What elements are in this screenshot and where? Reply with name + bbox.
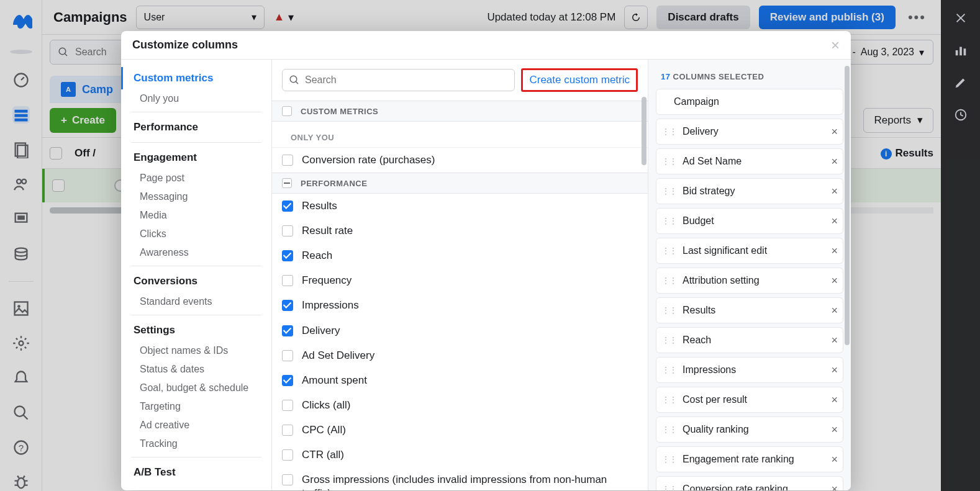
metric-checkbox[interactable] [282,449,293,461]
remove-icon[interactable]: × [831,335,838,346]
remove-icon[interactable]: × [831,245,838,256]
sidebar-item[interactable]: Custom metrics [121,67,271,89]
metric-checkbox[interactable] [282,350,293,361]
metric-label: Ad Set Delivery [302,349,374,363]
section-checkbox-indeterminate[interactable] [282,178,292,188]
remove-icon[interactable]: × [831,305,838,316]
metric-checkbox[interactable] [282,225,293,236]
drag-handle-icon[interactable]: ⋮⋮ [661,484,676,490]
selected-columns-panel: 17 COLUMNS SELECTED Campaign⋮⋮Delivery×⋮… [648,60,851,490]
sidebar-item[interactable]: Media [121,206,271,225]
sidebar-divider [131,112,261,112]
remove-icon[interactable]: × [831,454,838,465]
selected-column[interactable]: ⋮⋮Attribution setting× [656,268,843,294]
remove-icon[interactable]: × [831,484,838,490]
metric-label: CPC (All) [302,423,346,437]
selected-column-label: Reach [683,335,825,346]
panel-scrollbar[interactable] [642,97,647,165]
drag-handle-icon[interactable]: ⋮⋮ [661,335,676,345]
remove-icon[interactable]: × [831,275,838,286]
sidebar-item[interactable]: Status & dates [121,360,271,379]
drag-handle-icon[interactable]: ⋮⋮ [661,216,676,226]
metric-row: Ad Set Delivery [272,343,648,368]
sidebar-item[interactable]: Conversions [121,270,271,292]
sidebar-item[interactable]: Clicks [121,225,271,243]
sidebar-item[interactable]: Engagement [121,146,271,169]
metric-checkbox[interactable] [282,155,293,166]
sidebar-item[interactable]: Tracking [121,435,271,453]
selected-column[interactable]: ⋮⋮Bid strategy× [656,178,843,204]
remove-icon[interactable]: × [831,424,838,435]
sidebar-item[interactable]: Messaging [121,187,271,206]
metric-row: Conversion rate (purchases) [272,148,648,173]
selected-column-label: Ad Set Name [683,156,825,167]
sidebar-item[interactable]: Standard events [121,292,271,311]
close-icon[interactable]: × [831,37,840,54]
svg-point-23 [290,76,297,83]
drag-handle-icon[interactable]: ⋮⋮ [661,425,676,435]
sidebar-item[interactable]: Targeting [121,397,271,416]
metric-row: CTR (all) [272,443,648,467]
metric-checkbox[interactable] [282,200,293,212]
selected-count: 17 [661,72,670,81]
metric-checkbox[interactable] [282,474,293,485]
sidebar-item[interactable]: Goal, budget & schedule [121,379,271,397]
drag-handle-icon[interactable]: ⋮⋮ [661,276,676,286]
drag-handle-icon[interactable]: ⋮⋮ [661,246,676,256]
customize-columns-modal: Customize columns × Custom metricsOnly y… [121,31,851,490]
selected-column[interactable]: ⋮⋮Budget× [656,208,843,234]
create-custom-metric-link[interactable]: Create custom metric [521,68,638,92]
metric-label: CTR (all) [302,448,344,462]
sidebar-item[interactable]: Awareness [121,243,271,262]
selected-column[interactable]: ⋮⋮Last significant edit× [656,238,843,264]
sidebar-item[interactable]: Settings [121,319,271,341]
subsection-only-you: ONLY YOU [272,122,648,148]
drag-handle-icon[interactable]: ⋮⋮ [661,395,676,405]
selected-column[interactable]: ⋮⋮Quality ranking× [656,417,843,443]
selected-column-label: Impressions [683,364,825,376]
selected-column[interactable]: ⋮⋮Cost per result× [656,387,843,413]
remove-icon[interactable]: × [831,156,838,167]
metric-label: Impressions [302,299,359,312]
selected-column[interactable]: ⋮⋮Conversion rate ranking× [656,476,843,490]
remove-icon[interactable]: × [831,186,838,197]
metric-checkbox[interactable] [282,275,293,286]
selected-column[interactable]: Campaign [656,89,843,115]
sidebar-item[interactable]: A/B Test [121,461,271,484]
drag-handle-icon[interactable]: ⋮⋮ [661,156,676,166]
remove-icon[interactable]: × [831,394,838,405]
selected-column[interactable]: ⋮⋮Engagement rate ranking× [656,446,843,472]
selected-column[interactable]: ⋮⋮Reach× [656,327,843,353]
sidebar-item[interactable]: Page post [121,169,271,187]
metric-checkbox[interactable] [282,325,293,336]
selected-columns-header: 17 COLUMNS SELECTED [656,70,843,89]
metric-checkbox[interactable] [282,400,293,411]
metrics-search-input[interactable] [305,74,508,86]
remove-icon[interactable]: × [831,215,838,227]
selected-column[interactable]: ⋮⋮Impressions× [656,357,843,383]
sidebar-item[interactable]: Ad creative [121,416,271,435]
section-checkbox[interactable] [282,106,292,116]
drag-handle-icon[interactable]: ⋮⋮ [661,305,676,315]
drag-handle-icon[interactable]: ⋮⋮ [661,454,676,464]
remove-icon[interactable]: × [831,364,838,376]
sidebar-item[interactable]: Object names & IDs [121,341,271,360]
metrics-search[interactable] [282,69,515,91]
drag-handle-icon[interactable]: ⋮⋮ [661,186,676,196]
metric-checkbox[interactable] [282,375,293,386]
metric-checkbox[interactable] [282,300,293,311]
selected-column[interactable]: ⋮⋮Ad Set Name× [656,148,843,174]
sidebar-item[interactable]: Performance [121,116,271,138]
selected-column[interactable]: ⋮⋮Results× [656,297,843,323]
metric-checkbox[interactable] [282,425,293,436]
panel-scrollbar[interactable] [845,66,850,345]
drag-handle-icon[interactable]: ⋮⋮ [661,127,676,137]
section-custom-metrics: CUSTOM METRICS [272,101,648,122]
selected-column[interactable]: ⋮⋮Delivery× [656,119,843,145]
metrics-panel: Create custom metric CUSTOM METRICS ONLY… [272,60,648,490]
drag-handle-icon[interactable]: ⋮⋮ [661,365,676,375]
remove-icon[interactable]: × [831,126,838,137]
metric-checkbox[interactable] [282,250,293,261]
sidebar-item[interactable]: Only you [121,89,271,108]
section-performance: PERFORMANCE [272,173,648,194]
